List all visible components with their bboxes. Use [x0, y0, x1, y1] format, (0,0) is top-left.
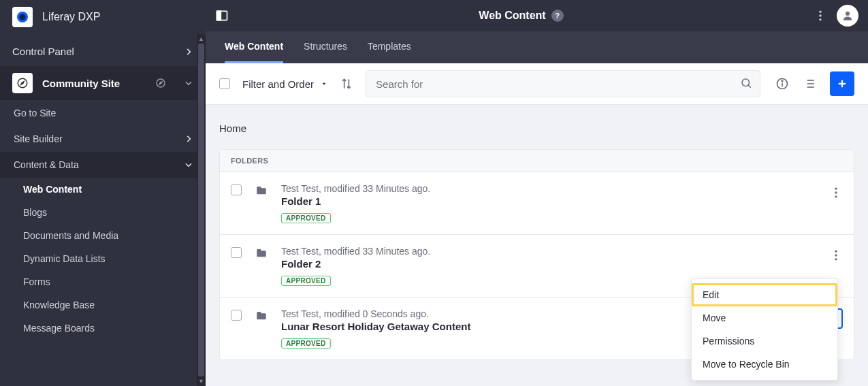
status-badge: APPROVED [281, 213, 331, 223]
content-body: Home FOLDERS Test Test, modified 33 Minu… [206, 105, 868, 386]
page-title: Web Content [479, 10, 545, 22]
search-icon[interactable] [740, 77, 752, 89]
sidebar-leaf-web-content[interactable]: Web Content [0, 178, 206, 201]
sidebar-site-builder[interactable]: Site Builder [0, 126, 206, 152]
compass-icon [12, 73, 33, 93]
svg-point-28 [835, 195, 837, 197]
row-title: Folder 1 [281, 195, 817, 207]
main: Web Content ? Web Content Structures Tem… [206, 0, 868, 386]
compass-small-icon [155, 78, 166, 89]
folders-header: FOLDERS [220, 150, 854, 172]
liferay-logo-icon [16, 10, 29, 24]
ctx-permissions[interactable]: Permissions [692, 329, 837, 353]
tab-web-content[interactable]: Web Content [225, 31, 283, 63]
brand-logo [12, 7, 33, 27]
user-avatar[interactable] [837, 5, 858, 27]
sidebar-content-data[interactable]: Content & Data [0, 152, 206, 178]
sidebar-leaf-dynamic-data-lists[interactable]: Dynamic Data Lists [0, 247, 206, 270]
ctx-edit[interactable]: Edit [692, 283, 837, 306]
row-checkbox[interactable] [231, 310, 242, 321]
row-checkbox[interactable] [231, 247, 242, 258]
svg-marker-3 [21, 82, 25, 85]
chevron-right-icon [184, 47, 193, 57]
svg-point-26 [835, 188, 837, 190]
status-badge: APPROVED [281, 276, 331, 286]
chevron-down-icon [184, 78, 193, 88]
panel-toggle-icon[interactable] [215, 9, 229, 22]
svg-point-27 [835, 191, 837, 193]
search-wrap [366, 70, 760, 97]
topbar: Web Content ? [206, 0, 868, 31]
row-meta: Test Test, modified 33 Minutes ago. [281, 246, 817, 257]
add-button[interactable] [830, 71, 854, 96]
svg-point-1 [20, 14, 26, 20]
svg-marker-12 [323, 83, 326, 85]
select-all-checkbox[interactable] [219, 78, 230, 89]
svg-point-11 [846, 12, 850, 16]
ctx-move[interactable]: Move [692, 306, 837, 329]
row-kebab-icon[interactable] [829, 248, 843, 262]
svg-point-9 [819, 14, 821, 16]
tab-structures[interactable]: Structures [304, 31, 347, 63]
chevron-right-icon [184, 134, 193, 144]
toolbar: Filter and Order [206, 63, 868, 105]
status-badge: APPROVED [281, 338, 331, 349]
row-kebab-icon[interactable] [829, 186, 843, 199]
sidebar-leaf-message-boards[interactable]: Message Boards [0, 317, 206, 340]
row-title: Folder 2 [281, 258, 817, 270]
list-view-icon[interactable] [803, 77, 816, 91]
caret-down-icon [321, 80, 327, 87]
folder-row[interactable]: Test Test, modified 33 Minutes ago. Fold… [220, 172, 854, 235]
scroll-thumb[interactable] [198, 44, 204, 376]
plus-icon [836, 78, 848, 90]
sidebar-go-to-site[interactable]: Go to Site [0, 100, 206, 126]
context-menu: Edit Move Permissions Move to Recycle Bi… [691, 278, 838, 381]
sidebar: Liferay DXP Control Panel Community Site… [0, 0, 206, 386]
topbar-kebab-icon[interactable] [814, 9, 827, 22]
sidebar-leaf-documents-media[interactable]: Documents and Media [0, 224, 206, 247]
sidebar-leaf-blogs[interactable]: Blogs [0, 201, 206, 224]
sort-icon[interactable] [340, 77, 353, 91]
chevron-down-icon [184, 160, 193, 170]
search-input[interactable] [366, 70, 760, 97]
sidebar-site-row[interactable]: Community Site [0, 66, 206, 100]
svg-point-10 [819, 18, 821, 20]
svg-line-14 [748, 85, 751, 88]
folder-icon [254, 310, 269, 322]
help-icon[interactable]: ? [551, 10, 564, 22]
svg-point-17 [782, 80, 783, 82]
row-checkbox[interactable] [231, 184, 242, 195]
svg-point-13 [742, 79, 750, 86]
sidebar-leaf-forms[interactable]: Forms [0, 270, 206, 293]
breadcrumb[interactable]: Home [219, 118, 854, 149]
svg-point-8 [819, 11, 821, 13]
folder-icon [254, 184, 269, 197]
svg-point-29 [835, 251, 837, 253]
tab-templates[interactable]: Templates [368, 31, 411, 63]
person-icon [841, 10, 854, 22]
sidebar-scrollbar[interactable]: ▲ ▼ [197, 34, 206, 386]
row-meta: Test Test, modified 33 Minutes ago. [281, 183, 817, 194]
svg-marker-5 [159, 82, 162, 84]
tabbar: Web Content Structures Templates [206, 31, 868, 63]
svg-point-31 [835, 258, 837, 260]
info-icon[interactable] [775, 77, 789, 91]
sidebar-leaf-knowledge-base[interactable]: Knowledge Base [0, 293, 206, 317]
scroll-up-icon[interactable]: ▲ [197, 34, 206, 44]
brand-name: Liferay DXP [42, 11, 100, 23]
filter-order-button[interactable]: Filter and Order [242, 78, 327, 90]
brand-block: Liferay DXP [0, 0, 206, 37]
svg-rect-7 [217, 11, 221, 20]
folder-icon [254, 247, 269, 259]
scroll-down-icon[interactable]: ▼ [197, 376, 206, 386]
svg-point-30 [835, 254, 837, 256]
sidebar-control-panel[interactable]: Control Panel [0, 37, 206, 66]
ctx-recycle[interactable]: Move to Recycle Bin [692, 353, 837, 376]
